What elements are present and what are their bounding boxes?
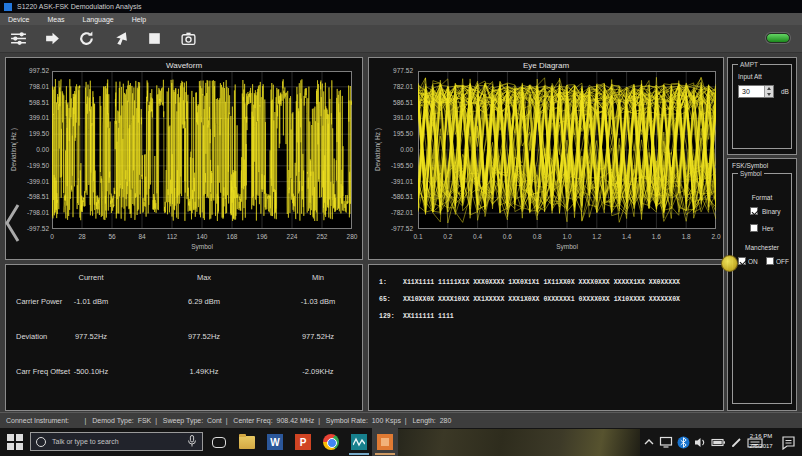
symbol-legend: Symbol xyxy=(738,170,764,177)
binary-label[interactable]: Binary xyxy=(762,208,780,215)
menu-device[interactable]: Device xyxy=(8,16,29,23)
clock[interactable]: 2:16 PM 2/6/2017 xyxy=(744,431,778,451)
waveform-y-axis: 997.52798.01598.51399.01199.500.00-199.5… xyxy=(18,71,49,229)
screenshot-button[interactable] xyxy=(178,29,198,49)
symbol-row-index: 1: xyxy=(379,279,387,286)
waveform-plot xyxy=(52,71,352,229)
word-icon: W xyxy=(267,434,283,450)
menu-bar: Device Meas Language Help xyxy=(0,13,802,25)
symbol-row-bits: XX10XX0X XXXX10XX XX1XXXXX XXX1X0XX 0XXX… xyxy=(403,296,680,303)
action-center-icon[interactable] xyxy=(781,435,796,450)
waveform-ylabel: Deviation( Hz ) xyxy=(10,115,17,185)
status-led xyxy=(766,33,790,43)
ampt-groupbox: AMPT Input Att 30 dB xyxy=(732,64,792,149)
spinner-arrows[interactable] xyxy=(764,86,773,97)
waveform-x-axis: 0285684112140168196224252280 xyxy=(52,233,352,241)
meas-row-label: Deviation xyxy=(16,332,47,341)
meas-header-min: Min xyxy=(283,273,353,282)
binary-checkbox[interactable] xyxy=(750,207,758,215)
file-explorer-button[interactable] xyxy=(234,428,260,456)
meas-value: -500.10Hz xyxy=(56,367,126,376)
eye-xlabel: Symbol xyxy=(418,243,716,250)
run-arrow-icon xyxy=(44,30,61,47)
start-button[interactable] xyxy=(7,434,23,450)
input-att-value: 30 xyxy=(742,88,750,95)
chevron-left-icon xyxy=(4,202,21,244)
continuous-sweep-button[interactable] xyxy=(76,29,96,49)
settings-button[interactable] xyxy=(8,29,28,49)
format-label: Format xyxy=(733,194,791,201)
symbol-row-bits: X11X1111 11111X1X XXX0XXXX 1XX0X1X1 1X11… xyxy=(403,279,680,286)
powerpoint-button[interactable]: P xyxy=(290,428,316,456)
eye-y-axis: 977.52782.01586.51391.01195.500.00-195.5… xyxy=(382,71,413,229)
symbol-row-index: 65: xyxy=(379,296,391,303)
waveform-xlabel: Symbol xyxy=(52,243,352,250)
single-run-button[interactable] xyxy=(42,29,62,49)
word-button[interactable]: W xyxy=(262,428,288,456)
media-app-button[interactable] xyxy=(372,428,398,456)
meas-value: 977.52Hz xyxy=(56,332,126,341)
fsk-symbol-panel: FSK/Symbol Symbol Format Binary Hex Manc… xyxy=(727,158,797,411)
signal-app-icon xyxy=(351,434,367,450)
start-icon xyxy=(7,434,14,441)
status-bar: Connect Instrument: | Demod Type: FSK | … xyxy=(0,412,802,428)
window-title: S1220 ASK-FSK Demodulation Analysis xyxy=(17,3,142,10)
chrome-icon xyxy=(323,434,339,450)
taskbar: Talk or type to search W P xyxy=(0,428,802,456)
meas-value: -1.03 dBm xyxy=(283,297,353,306)
sliders-icon xyxy=(10,30,27,47)
cursor-highlight xyxy=(721,255,738,272)
symbol-row-index: 129: xyxy=(379,313,395,320)
continuous-sweep-icon xyxy=(78,30,95,47)
chevron-up-icon[interactable] xyxy=(643,436,655,448)
manchester-on-checkbox[interactable] xyxy=(738,257,746,265)
signal-app-button[interactable] xyxy=(346,428,372,456)
manchester-off-checkbox[interactable] xyxy=(766,257,774,265)
clock-date: 2/6/2017 xyxy=(744,441,778,451)
input-att-spinbox[interactable]: 30 xyxy=(738,85,774,98)
bluetooth-icon[interactable] xyxy=(677,436,690,449)
manchester-on-label[interactable]: ON xyxy=(748,258,758,265)
marker-button[interactable] xyxy=(110,29,130,49)
eye-diagram-plot xyxy=(418,71,716,229)
task-view-button[interactable] xyxy=(206,428,232,456)
ampt-legend: AMPT xyxy=(738,61,760,68)
hex-label[interactable]: Hex xyxy=(762,225,774,232)
prev-page-chevron[interactable] xyxy=(4,202,21,248)
hex-checkbox[interactable] xyxy=(750,224,758,232)
meas-value: -1.01 dBm xyxy=(56,297,126,306)
clock-time: 2:16 PM xyxy=(744,431,778,441)
media-app-icon xyxy=(377,434,393,450)
screen: S1220 ASK-FSK Demodulation Analysis Devi… xyxy=(0,0,802,456)
meas-value: 977.52Hz xyxy=(283,332,353,341)
display-icon[interactable] xyxy=(659,435,673,449)
manchester-label: Manchester xyxy=(733,244,791,251)
stop-button[interactable] xyxy=(144,29,164,49)
menu-help[interactable]: Help xyxy=(132,16,146,23)
symbol-data-panel: 1: X11X1111 11111X1X XXX0XXXX 1XX0X1X1 1… xyxy=(368,264,724,411)
menu-meas[interactable]: Meas xyxy=(47,16,64,23)
eye-diagram-title: Eye Diagram xyxy=(369,61,723,70)
manchester-off-label[interactable]: OFF xyxy=(776,258,789,265)
toolbar xyxy=(0,25,802,53)
measurements-panel: Current Max Min Carrier Power -1.01 dBm … xyxy=(5,264,363,411)
spin-down-icon xyxy=(767,93,771,96)
symbol-row-bits: XX111111 1111 xyxy=(403,313,454,320)
spin-up-icon xyxy=(767,87,771,90)
menu-language[interactable]: Language xyxy=(83,16,114,23)
pen-icon[interactable] xyxy=(730,436,743,449)
chrome-button[interactable] xyxy=(318,428,344,456)
start-icon xyxy=(16,443,23,450)
task-view-icon xyxy=(212,437,226,448)
meas-header-current: Current xyxy=(56,273,126,282)
ampt-panel: AMPT Input Att 30 dB xyxy=(727,57,797,155)
volume-icon[interactable] xyxy=(694,436,707,449)
microphone-icon[interactable] xyxy=(187,435,197,448)
media-app-glyph xyxy=(381,438,389,446)
cortana-icon xyxy=(36,437,46,447)
battery-icon[interactable] xyxy=(711,436,726,449)
eye-ylabel: Deviation( Hz ) xyxy=(374,115,381,185)
symbol-groupbox: Symbol Format Binary Hex Manchester ON O… xyxy=(732,173,792,404)
start-icon xyxy=(7,443,14,450)
search-box[interactable]: Talk or type to search xyxy=(30,432,203,451)
